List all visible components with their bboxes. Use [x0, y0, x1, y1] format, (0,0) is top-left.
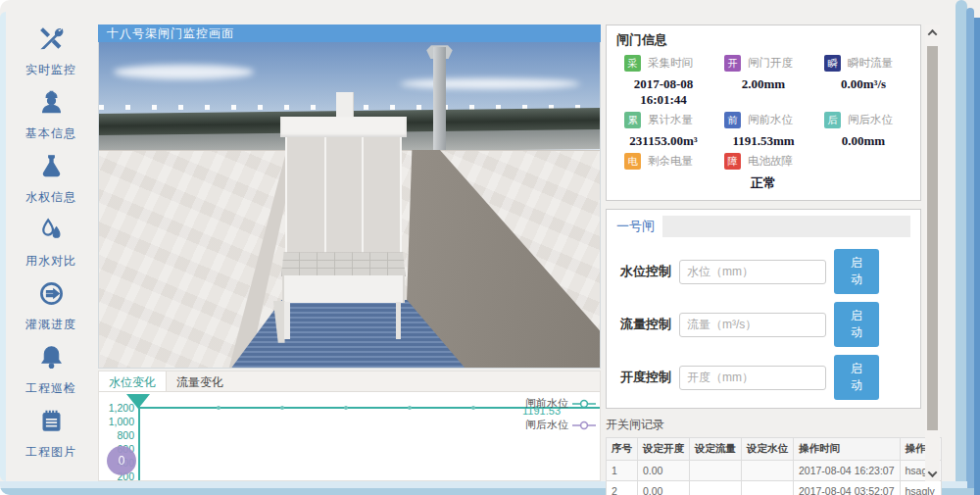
axis-pointer-marker: [126, 394, 150, 409]
field-value: 231153.00m³: [616, 133, 710, 149]
y-tick: 800: [101, 429, 134, 441]
data-point: [280, 406, 284, 410]
gate-info-item: 开闸门开度 2.00mm: [716, 55, 810, 108]
opening-input[interactable]: [679, 366, 826, 390]
gate-panel-divider: [324, 137, 326, 254]
tab-gate-1[interactable]: 一号闸: [616, 218, 655, 235]
y-tick: 1,000: [101, 416, 134, 427]
sidebar-item-label: 工程巡检: [25, 380, 76, 397]
sidebar-item-label: 工程图片: [25, 444, 76, 461]
sidebar-item-project-inspection[interactable]: 工程巡检: [25, 344, 76, 397]
sidebar-item-label: 灌溉进度: [25, 317, 76, 333]
field-value: 2.00mm: [716, 76, 810, 92]
sidebar-item-label: 基本信息: [25, 125, 76, 142]
gate-walkway-grid: [281, 252, 406, 276]
data-point: [217, 406, 220, 410]
gate-info-title: 闸门信息: [616, 31, 910, 49]
tab-flow-change[interactable]: 流量变化: [167, 371, 233, 391]
chevron-down-icon: [928, 468, 938, 477]
sidebar-item-water-rights[interactable]: 水权信息: [25, 153, 76, 206]
field-badge: 后: [824, 112, 841, 128]
chart-plot-area: 1,200 1,000 800 600 400 200 0 1191.53 闸前…: [99, 392, 600, 481]
right-panel: 闸门信息 采采集时间 2017-08-08 16:01:44 开闸门开度 2.0…: [606, 25, 921, 495]
sidebar-item-water-usage-compare[interactable]: 用水对比: [25, 217, 76, 270]
field-badge: 累: [624, 112, 641, 128]
gate-panels: [285, 137, 402, 254]
field-value: [616, 174, 710, 189]
scene-3d-view[interactable]: [98, 42, 601, 369]
legend-item-downstream[interactable]: 闸后水位: [525, 418, 596, 432]
start-water-level-button[interactable]: 启动: [834, 249, 879, 294]
legend-marker-icon: [572, 399, 596, 409]
gate-info-panel: 闸门信息 采采集时间 2017-08-08 16:01:44 开闸门开度 2.0…: [606, 25, 921, 201]
gate-header-beam: [280, 117, 407, 137]
table-header-row: 序号 设定开度 设定流量 设定水位 操作时间 操作人: [607, 438, 942, 461]
gate-info-grid: 采采集时间 2017-08-08 16:01:44 开闸门开度 2.00mm 瞬…: [616, 55, 910, 192]
data-point: [408, 406, 412, 410]
water-level-input[interactable]: [679, 260, 826, 284]
control-row-water-level: 水位控制 启动: [620, 249, 906, 294]
scene-panel: 十八号渠闸门监控画面: [98, 25, 601, 369]
flow-input[interactable]: [679, 313, 826, 337]
field-value: 0.00m³/s: [816, 76, 910, 92]
field-badge: 电: [624, 153, 641, 170]
control-row-flow: 流量控制 启动: [620, 302, 906, 347]
chart-legend: 闸前水位 闸后水位: [525, 396, 596, 432]
scrollbar-up-button[interactable]: [925, 25, 940, 40]
table-row: 20.002017-08-04 03:52:07hsagly: [607, 481, 942, 495]
sidebar-item-project-photos[interactable]: 工程图片: [25, 408, 76, 461]
field-badge: 瞬: [824, 55, 841, 72]
gate-apron: [282, 275, 405, 302]
field-badge: 障: [724, 153, 741, 170]
flask-icon: [38, 153, 65, 183]
legend-item-upstream[interactable]: 闸前水位: [525, 396, 596, 411]
chart-tabs: 水位变化 流量变化: [99, 371, 600, 392]
tab-water-level-change[interactable]: 水位变化: [99, 371, 167, 391]
scrollbar-thumb[interactable]: [927, 46, 938, 430]
pole: [433, 47, 445, 150]
field-value: 正常: [716, 174, 810, 192]
cloud: [400, 78, 580, 90]
gate-info-item: 障电池故障 正常: [716, 153, 810, 192]
gate-info-item: 累累计水量 231153.00m³: [616, 112, 710, 149]
gate-hoist-block: [336, 92, 354, 119]
tools-icon: [38, 25, 65, 56]
vertical-scrollbar[interactable]: [925, 25, 940, 481]
water-level-chart-panel: 水位变化 流量变化 1,200 1,000 800 600 400 200 0 …: [98, 371, 601, 481]
app-window: 实时监控 基本信息 水权信息 用水对比 灌溉进度 工程巡检 工程图片 十八号渠闸…: [0, 0, 980, 495]
data-point: [344, 406, 348, 410]
gate-info-item: 前闸前水位 1191.53mm: [716, 112, 810, 149]
start-opening-button[interactable]: 启动: [834, 355, 879, 400]
downstream-value-bubble: 0: [107, 446, 136, 475]
gate-info-item: 电剩余电量: [616, 153, 710, 192]
notebook-icon: [38, 408, 65, 438]
data-point: [471, 406, 475, 410]
sidebar-item-irrigation-progress[interactable]: 灌溉进度: [25, 280, 76, 333]
gate-leg: [284, 302, 290, 339]
sidebar-item-label: 实时监控: [25, 62, 76, 78]
field-value: 1191.53mm: [716, 133, 810, 149]
sidebar: 实时监控 基本信息 水权信息 用水对比 灌溉进度 工程巡检 工程图片: [6, 18, 96, 469]
records-title: 开关闸记录: [606, 417, 921, 433]
worker-icon: [38, 89, 65, 120]
gate-control-panel: 一号闸 水位控制 启动 流量控制 启动 开度控制 启动: [606, 209, 921, 409]
sidebar-item-basic-info[interactable]: 基本信息: [25, 89, 76, 142]
water-drops-icon: [38, 217, 65, 247]
field-badge: 前: [724, 112, 741, 128]
frame-strip: [974, 18, 980, 495]
scene-title: 十八号渠闸门监控画面: [98, 25, 601, 42]
gate-info-item: 后闸后水位 0.00mm: [816, 112, 910, 149]
records-table: 序号 设定开度 设定流量 设定水位 操作时间 操作人 10.002017-08-…: [606, 437, 942, 495]
gate-panel-divider: [362, 137, 364, 254]
tab-strip: [662, 216, 910, 237]
table-row: 10.002017-08-04 16:23:07hsagly: [607, 461, 942, 481]
gate-info-item: 瞬瞬时流量 0.00m³/s: [816, 55, 910, 108]
sidebar-item-label: 用水对比: [25, 253, 76, 270]
start-flow-button[interactable]: 启动: [834, 302, 879, 347]
field-value: 2017-08-08 16:01:44: [616, 76, 710, 108]
progress-icon: [38, 280, 65, 311]
gate-tab-bar: 一号闸: [607, 210, 920, 241]
control-row-opening: 开度控制 启动: [620, 355, 906, 400]
sidebar-item-realtime-monitor[interactable]: 实时监控: [25, 25, 76, 78]
scrollbar-down-button[interactable]: [925, 466, 940, 481]
